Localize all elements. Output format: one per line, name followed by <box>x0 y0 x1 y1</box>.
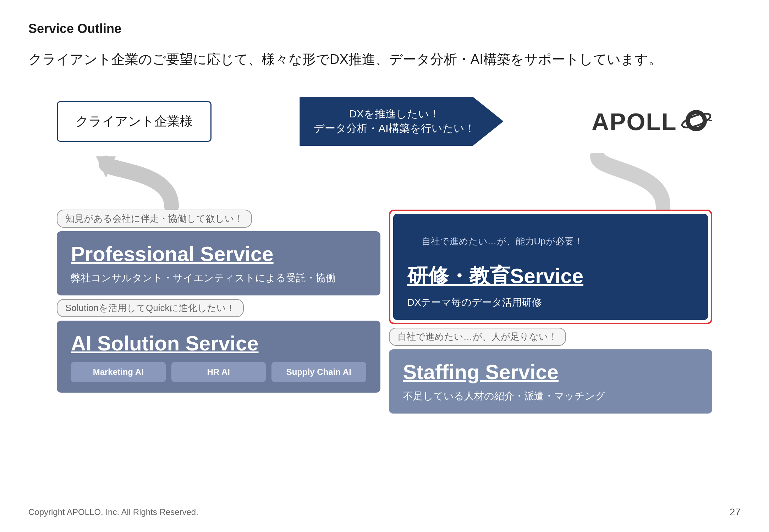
hr-ai-tag: HR AI <box>171 362 266 382</box>
dx-arrow: DXを推進したい！ データ分析・AI構築を行いたい！ <box>300 97 503 146</box>
kenshu-service-container: 自社で進めたい…が、能力Upが必要！ 研修・教育Service DXテーマ毎のデ… <box>389 210 713 324</box>
top-row: クライアント企業様 DXを推進したい！ データ分析・AI構築を行いたい！ APO… <box>28 97 741 146</box>
supply-chain-ai-tag: Supply Chain AI <box>271 362 366 382</box>
client-box: クライアント企業様 <box>57 101 212 142</box>
arrow-line2: データ分析・AI構築を行いたい！ <box>314 121 475 136</box>
kenshu-title: 研修・教育Service <box>407 262 694 290</box>
kenshu-desc: DXテーマ毎のデータ活用研修 <box>407 296 694 309</box>
section-title: Service Outline <box>28 21 741 36</box>
staffing-service-container: 自社で進めたい…が、人が足りない！ Staffing Service 不足してい… <box>389 328 713 414</box>
footer: Copyright APOLLO, Inc. All Rights Reserv… <box>28 506 741 518</box>
professional-block: Professional Service 弊社コンサルタント・サイエンティストに… <box>57 231 380 295</box>
subtitle: クライアント企業のご要望に応じて、様々な形でDX推進、データ分析・AI構築をサポ… <box>28 50 741 68</box>
copyright: Copyright APOLLO, Inc. All Rights Reserv… <box>28 507 198 517</box>
staffing-title: Staffing Service <box>403 360 698 384</box>
service-grid: 知見がある会社に伴走・協働して欲しい！ Professional Service… <box>28 210 741 414</box>
right-column: 自社で進めたい…が、能力Upが必要！ 研修・教育Service DXテーマ毎のデ… <box>389 210 713 414</box>
professional-desc: 弊社コンサルタント・サイエンティストによる受託・協働 <box>71 271 366 285</box>
professional-tag: 知見がある会社に伴走・協働して欲しい！ <box>57 210 252 228</box>
kenshu-outer-border: 自社で進めたい…が、能力Upが必要！ 研修・教育Service DXテーマ毎のデ… <box>389 210 713 324</box>
curved-arrows-svg <box>57 153 712 210</box>
ai-solution-tag: Solutionを活用してQuickに進化したい！ <box>57 299 244 317</box>
page: Service Outline クライアント企業のご要望に応じて、様々な形でDX… <box>0 0 769 532</box>
page-number: 27 <box>730 506 741 518</box>
curved-arrows-area <box>28 153 741 210</box>
professional-title: Professional Service <box>71 242 366 266</box>
svg-text:APOLL: APOLL <box>592 108 677 135</box>
ai-solution-title: AI Solution Service <box>71 331 366 355</box>
left-column: 知見がある会社に伴走・協働して欲しい！ Professional Service… <box>57 210 380 414</box>
ai-solution-container: Solutionを活用してQuickに進化したい！ AI Solution Se… <box>57 299 380 393</box>
staffing-desc: 不足している人材の紹介・派遣・マッチング <box>403 389 698 403</box>
professional-service-container: 知見がある会社に伴走・協働して欲しい！ Professional Service… <box>57 210 380 295</box>
arrow-line1: DXを推進したい！ <box>314 107 475 121</box>
staffing-block: Staffing Service 不足している人材の紹介・派遣・マッチング <box>389 349 713 414</box>
ai-solution-block: AI Solution Service Marketing AI HR AI S… <box>57 321 380 393</box>
kenshu-tag: 自社で進めたい…が、能力Upが必要！ <box>407 225 694 258</box>
ai-subtags: Marketing AI HR AI Supply Chain AI <box>71 362 366 382</box>
apollo-logo: APOLL <box>592 107 712 135</box>
staffing-tag: 自社で進めたい…が、人が足りない！ <box>389 328 566 346</box>
marketing-ai-tag: Marketing AI <box>71 362 166 382</box>
kenshu-block: 自社で進めたい…が、能力Upが必要！ 研修・教育Service DXテーマ毎のデ… <box>393 214 708 320</box>
